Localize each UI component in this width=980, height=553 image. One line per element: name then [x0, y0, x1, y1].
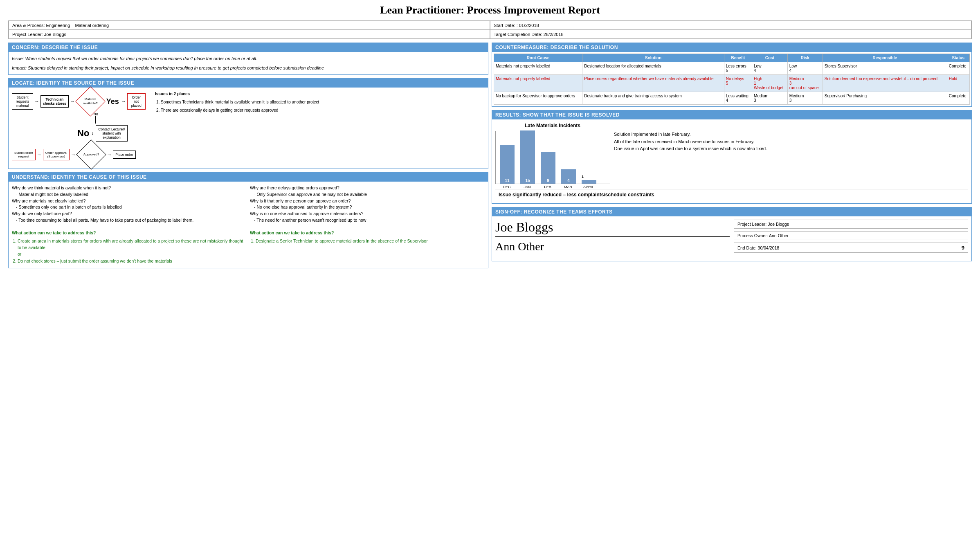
row3-status: Complete — [947, 92, 969, 105]
row1-root: Materials not properly labelled — [494, 62, 582, 75]
start-date-field: Start Date: : 01/2/2018 — [490, 21, 971, 30]
arrow1: → — [34, 99, 40, 104]
page-num: 9 — [962, 245, 964, 251]
diamond2-text: Approved? — [83, 153, 99, 157]
u-a1: - Material might not be clearly labelled — [16, 191, 247, 198]
results-summary: Issue significantly reduced – less compl… — [495, 189, 968, 200]
countermeasure-section: COUNTERMEASURE: DESCRIBE THE SOLUTION Ro… — [492, 43, 972, 107]
diamond-text: Materialavailable? — [83, 97, 98, 105]
signoff-section: SIGN-OFF: RECOGNIZE THE TEAMS EFFORTS Jo… — [492, 207, 972, 261]
understand-left: Why do we think material is available wh… — [12, 185, 247, 265]
table-body: Materials not properly labelled Designat… — [494, 62, 970, 105]
locate-section: LOCATE: IDENTIFY THE SOURCE OF THE ISSUE… — [8, 78, 488, 169]
yes-label: Yes — [106, 97, 120, 106]
results-header: RESULTS: SHOW THAT THE ISSUE IS RESOLVED — [492, 110, 971, 119]
flow-order-not-placed: Ordernotplaced — [127, 93, 146, 110]
flow-approval: Order approval(Supervisor) — [43, 149, 70, 160]
flow-top-row: Studentrequestsmaterial → Technicianchec… — [12, 91, 151, 112]
row3-solution: Designate backup and give training/ acce… — [582, 92, 724, 105]
chart-note: Solution implemented in late February. A… — [614, 123, 968, 153]
action-left-2: Do not check stores – just submit the or… — [18, 258, 247, 265]
flow-submit: Submit orderrequest — [12, 149, 36, 160]
no-big: No — [77, 128, 89, 139]
issues-col: Issues in 2 places Sometimes Technicians… — [155, 91, 485, 165]
issues-header: Issues in 2 places — [155, 92, 190, 96]
bar-feb-fill: 9 — [541, 152, 555, 184]
row2-status: Hold — [947, 75, 969, 92]
bar-feb: 9 — [541, 152, 555, 184]
end-date-label: End Date: 30/04/2018 — [737, 245, 779, 250]
project-leader-field: Project Leader: Joe Bloggs — [9, 30, 490, 39]
bar-dec: 11 — [500, 145, 515, 184]
action-right-1: Designate a Senior Technician to approve… — [256, 238, 485, 245]
no-branch: No — [102, 112, 151, 124]
understand-grid: Why do we think material is available wh… — [12, 185, 485, 265]
action-left-1: Create an area in materials stores for o… — [18, 238, 247, 251]
bar-dec-fill: 11 — [500, 145, 515, 184]
u-q3: Why do we only label one part? — [12, 211, 247, 217]
issues-list: Sometimes Technicians think material is … — [155, 99, 485, 114]
row1-status: Complete — [947, 62, 969, 75]
concern-text2: Impact: Students delayed in starting the… — [12, 65, 485, 72]
sig-field1: Project Leader: Joe Bloggs — [734, 220, 968, 229]
signoff-header: SIGN-OFF: RECOGNIZE THE TEAMS EFFORTS — [492, 207, 971, 216]
bar-april: 1 — [582, 180, 596, 184]
bar-chart: Late Materials Incidents 11 — [495, 123, 610, 189]
u-q2: Why are materials not clearly labelled? — [12, 198, 247, 205]
arrow4: → — [36, 152, 42, 157]
issue-item-1: Sometimes Technicians think material is … — [161, 99, 485, 106]
sig2-name: Ann Other — [495, 240, 730, 255]
flow-diagram: Studentrequestsmaterial → Technicianchec… — [12, 91, 151, 165]
sig1-name: Joe Bloggs — [495, 220, 730, 237]
row1-cost: Low4 — [752, 62, 788, 75]
table-row: No backup for Supervisor to approve orde… — [494, 92, 970, 105]
or-text: or — [18, 251, 247, 258]
row1-responsible: Stores Supervisor — [823, 62, 947, 75]
u-ra1: - Only Supervisor can approve and he may… — [254, 191, 485, 198]
page-title: Lean Practitioner: Process Improvement R… — [8, 4, 972, 16]
understand-right: Why are there delays getting orders appr… — [250, 185, 485, 265]
chart-title: Late Materials Incidents — [495, 123, 610, 128]
action-header-right: What action can we take to address this? — [250, 230, 485, 236]
top-info: Area & Process: Engineering – Material o… — [8, 20, 972, 39]
u-rq3: Why is no one else authorised to approve… — [250, 211, 485, 217]
sig-left: Joe Bloggs Ann Other — [495, 220, 730, 258]
signoff-grid: Joe Bloggs Ann Other Project Leader: Joe… — [492, 216, 971, 261]
countermeasure-header: COUNTERMEASURE: DESCRIBE THE SOLUTION — [492, 43, 971, 52]
chart-labels: DEC JAN FEB MAR APRIL — [495, 184, 610, 189]
actions-right-list: Designate a Senior Technician to approve… — [250, 238, 485, 245]
issue-item-2: There are occasionally delays in getting… — [161, 107, 485, 114]
bars-container: 11 15 — [495, 131, 610, 184]
row3-benefit: Less waiting4 — [724, 92, 752, 105]
label-dec: DEC — [499, 185, 514, 189]
bar-jan: 15 — [520, 130, 535, 184]
bar-mar-fill: 4 — [561, 169, 576, 184]
action-header-left: What action can we take to address this? — [12, 230, 247, 236]
u-rq1: Why are there delays getting orders appr… — [250, 185, 485, 191]
row2-cost: High1Waste of budget — [752, 75, 788, 92]
locate-body: Studentrequestsmaterial → Technicianchec… — [9, 88, 488, 169]
concern-text1: Issue: When students request that we ord… — [12, 55, 485, 62]
bar-april-val: 1 — [582, 175, 584, 179]
results-body: Late Materials Incidents 11 — [492, 119, 971, 203]
label-april: APRIL — [581, 185, 596, 189]
flow-student: Studentrequestsmaterial — [12, 93, 33, 110]
u-q1: Why do we think material is available wh… — [12, 185, 247, 191]
bar-dec-val: 11 — [505, 178, 509, 184]
col-solution: Solution — [582, 54, 724, 62]
countermeasure-table: Root Cause Solution Benefit Cost Risk Re… — [494, 54, 970, 105]
concern-section: CONCERN: DESCRIBE THE ISSUE Issue: When … — [8, 43, 488, 75]
no-row: No ↓ Contact Lecturer/student withexplan… — [77, 125, 151, 142]
actions-left-list: Create an area in materials stores for o… — [12, 238, 247, 251]
label-jan: JAN — [520, 185, 535, 189]
bar-jan-fill: 15 — [520, 130, 535, 184]
col-risk: Risk — [787, 54, 823, 62]
flow-diamond-material: Materialavailable? — [76, 91, 105, 112]
bar-feb-val: 9 — [547, 178, 549, 184]
bar-april-fill: 1 — [582, 180, 596, 184]
flow-bottom-row: Submit orderrequest → Order approval(Sup… — [12, 144, 151, 165]
countermeasure-body: Root Cause Solution Benefit Cost Risk Re… — [492, 52, 971, 106]
understand-section: UNDERSTAND: IDENTIFY THE CAUSE OF THIS I… — [8, 172, 488, 268]
flow-technician: Technicianchecks stores — [40, 95, 69, 108]
results-section: RESULTS: SHOW THAT THE ISSUE IS RESOLVED… — [492, 110, 972, 204]
